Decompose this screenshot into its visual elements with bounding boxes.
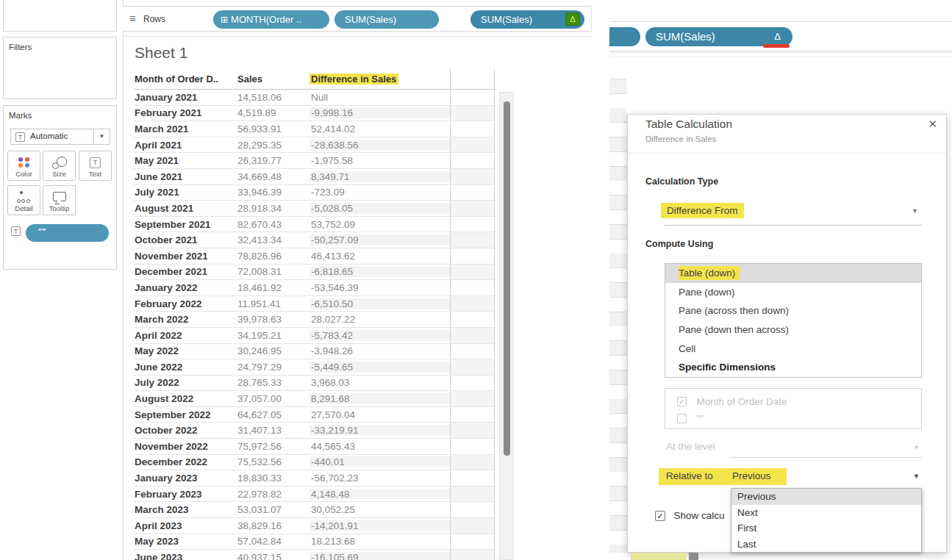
menu-item[interactable]: Next — [731, 505, 921, 521]
table-row[interactable]: December 202172,008.31-6,818.65 — [134, 265, 496, 281]
table-row[interactable]: March 202239,978.6328,027.22 — [134, 312, 496, 328]
table-cell: 32,413.34 — [235, 234, 309, 245]
table-cell: 34,195.21 — [235, 330, 309, 341]
table-body: January 202114,518.06NullFebruary 20214,… — [134, 90, 496, 560]
table-cell: 53,752.09 — [309, 219, 450, 230]
table-cell: 18,461.92 — [235, 282, 309, 293]
table-row[interactable]: March 202156,933.9152,414.02 — [134, 121, 496, 137]
table-row[interactable]: February 20214,519.89-9,998.16 — [134, 106, 496, 122]
mark-type-dropdown[interactable]: T Automatic ▼ — [10, 129, 110, 145]
table-row[interactable]: April 202128,295.35-28,638.56 — [134, 137, 496, 154]
text-button[interactable]: T Text — [79, 151, 112, 181]
close-icon[interactable]: ✕ — [928, 118, 937, 131]
detail-button[interactable]: Detail — [7, 185, 40, 215]
table-cell: -14,201.91 — [309, 520, 450, 531]
pill-sum-sales[interactable]: SUM(Sales) — [334, 10, 439, 29]
chevron-down-icon[interactable]: ▼ — [913, 473, 920, 480]
pill-month-order-date[interactable]: ⊞MONTH(Order .. — [213, 10, 329, 29]
dialog-subtitle: Difference in Sales — [645, 134, 716, 143]
expand-icon[interactable]: ⊞ — [221, 11, 228, 29]
compute-using-option[interactable]: Pane (down then across) — [665, 320, 921, 340]
table-row[interactable]: July 202228,765.333,968.03 — [134, 376, 496, 392]
color-button[interactable]: Color — [7, 151, 40, 181]
checkbox-checked-icon[interactable]: ✓ — [677, 397, 687, 406]
table-row[interactable]: June 202224,797.29-5,449.65 — [134, 359, 496, 376]
size-button[interactable]: Size — [43, 151, 76, 181]
table-cell: March 2022 — [134, 314, 235, 325]
table-cell: -1,975.58 — [309, 155, 450, 166]
show-calculation-row[interactable]: ✓ Show calcu — [655, 509, 725, 522]
table-row[interactable]: January 202218,461.92-53,546.39 — [134, 280, 496, 296]
table-cell: May 2022 — [134, 345, 235, 356]
calculation-type-label: Calculation Type — [645, 176, 718, 187]
calculation-type-value[interactable]: Difference From — [661, 203, 744, 218]
table-row[interactable]: August 202128,918.34-5,028.05 — [134, 201, 496, 217]
menu-item[interactable]: First — [731, 520, 921, 536]
table-row[interactable]: December 202275,532.56-440.01 — [134, 455, 496, 471]
fragment-shelf-top-border — [609, 21, 952, 22]
compute-using-option[interactable]: Specific Dimensions — [665, 358, 921, 377]
pill-label: SUM(Sales) — [470, 14, 532, 25]
table-row[interactable]: May 202126,319.77-1,975.58 — [134, 153, 496, 169]
table-calc-delta-icon[interactable]: Δ — [565, 12, 580, 26]
table-cell-empty — [450, 407, 495, 423]
table-row[interactable]: May 202230,246.95-3,948.26 — [134, 344, 496, 360]
tooltip-button[interactable]: Tooltip — [43, 185, 76, 215]
compute-using-option[interactable]: Pane (down) — [665, 283, 921, 302]
menu-item[interactable]: Previous — [731, 489, 921, 505]
size-button-label: Size — [43, 170, 75, 178]
table-row[interactable]: September 202264,627.0527,570.04 — [134, 407, 496, 423]
table-row[interactable]: April 202234,195.21-5,783.42 — [134, 328, 496, 344]
compute-using-option[interactable]: Pane (across then down) — [665, 301, 921, 320]
table-row[interactable]: February 202322,978.824,148.48 — [134, 487, 496, 503]
tooltip-button-label: Tooltip — [43, 204, 75, 212]
table-row[interactable]: March 202353,031.0730,052.25 — [134, 502, 496, 518]
table-row[interactable]: January 202318,830.33-56,702.23 — [134, 470, 496, 487]
table-cell: 4,148.48 — [309, 489, 450, 500]
table-cell: 56,933.91 — [235, 123, 309, 134]
relative-to-value[interactable]: Previous — [732, 470, 771, 481]
column-header-difference[interactable]: Difference in Sales — [309, 73, 450, 85]
table-cell-empty — [450, 201, 495, 216]
text-mark-pill[interactable]: "" — [26, 224, 109, 242]
chevron-down-icon[interactable]: ▼ — [912, 207, 918, 215]
table-cell: -5,783.42 — [309, 330, 450, 341]
table-cell: 64,627.05 — [235, 409, 309, 420]
mark-type-value: Automatic — [30, 132, 68, 140]
filters-label: Filters — [9, 43, 32, 51]
column-header-month[interactable]: Month of Order D.. — [134, 73, 235, 85]
table-row[interactable]: November 202178,826.9646,413.62 — [134, 248, 496, 265]
table-row[interactable]: October 202132,413.34-50,257.09 — [134, 232, 496, 248]
table-row[interactable]: June 202134,669.488,349.71 — [134, 169, 496, 185]
table-cell: 75,532.56 — [235, 456, 309, 467]
table-cell: -5,028.05 — [309, 203, 450, 214]
table-row[interactable]: June 202340,937.15-16,105.69 — [134, 550, 496, 560]
table-row[interactable]: October 202231,407.13-33,219.91 — [134, 423, 496, 439]
table-row[interactable]: February 202211,951.41-6,510.50 — [134, 296, 496, 312]
table-cell-empty — [450, 344, 495, 359]
dimension-row[interactable]: "" — [677, 412, 704, 423]
checkbox-unchecked-icon[interactable] — [677, 414, 687, 423]
column-header-sales[interactable]: Sales — [235, 73, 309, 85]
pill-sum-sales-tablecalc[interactable]: SUM(Sales) Δ — [470, 10, 584, 29]
table-row[interactable]: July 202133,946.39-723.09 — [134, 185, 496, 201]
menu-item[interactable]: Last — [731, 536, 921, 553]
table-cell: -33,219.91 — [309, 425, 450, 436]
compute-using-option[interactable]: Cell — [665, 340, 921, 359]
table-row[interactable]: January 202114,518.06Null — [134, 90, 496, 106]
table-cell-empty — [450, 376, 495, 391]
dimension-row[interactable]: ✓ Month of Order Date — [677, 395, 787, 406]
chevron-down-icon[interactable]: ▼ — [93, 129, 110, 144]
table-cell-empty — [450, 470, 495, 486]
table-row[interactable]: August 202237,057.008,291.68 — [134, 391, 496, 407]
table-cell: April 2022 — [134, 330, 235, 341]
table-row[interactable]: May 202357,042.8418,213.68 — [134, 534, 496, 550]
checkbox-checked-icon[interactable]: ✓ — [655, 511, 665, 521]
compute-using-option[interactable]: Table (down) — [665, 264, 921, 283]
color-icon — [8, 156, 40, 169]
table-row[interactable]: April 202338,829.16-14,201.91 — [134, 518, 496, 534]
table-row[interactable]: November 202275,972.5644,565.43 — [134, 439, 496, 455]
table-row[interactable]: September 202182,670.4353,752.09 — [134, 217, 496, 233]
show-calculation-label: Show calcu — [673, 510, 724, 521]
vertical-scrollbar-thumb[interactable] — [504, 101, 510, 456]
